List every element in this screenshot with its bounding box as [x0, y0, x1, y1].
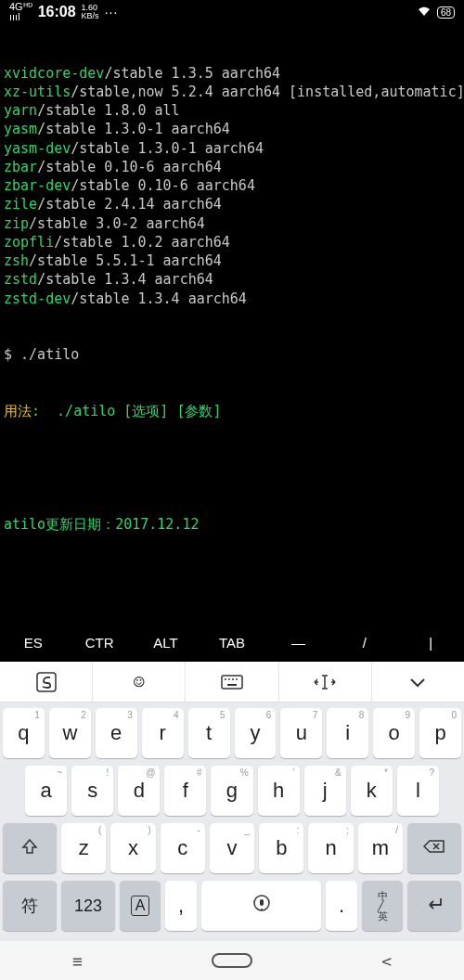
- key-n[interactable]: ;n: [308, 823, 353, 873]
- svg-point-4: [232, 678, 234, 680]
- command-typed: ./atilo: [20, 346, 79, 363]
- key-j[interactable]: &j: [304, 766, 346, 816]
- svg-point-3: [228, 678, 230, 680]
- ime-switch-key[interactable]: 中╱英: [362, 881, 403, 931]
- key-r[interactable]: 4r: [142, 708, 184, 758]
- key-b[interactable]: :b: [259, 823, 303, 873]
- battery-indicator: 68: [437, 6, 455, 19]
- key-ctrl[interactable]: CTR: [66, 635, 132, 651]
- shell-prompt: $: [4, 346, 20, 363]
- svg-point-5: [236, 678, 238, 680]
- package-line: yasm/stable 1.3.0-1 aarch64: [4, 120, 460, 138]
- key-e[interactable]: 3e: [96, 708, 137, 758]
- emoji-icon[interactable]: ☺: [93, 662, 186, 702]
- package-line: zstd/stable 1.3.4 aarch64: [4, 270, 460, 289]
- usage-text: : ./atilo [选项] [参数]: [32, 403, 222, 419]
- status-bar: 4Gᴴᴰıııl 16:08 1.60KB/s ··· 68: [0, 0, 464, 24]
- period-key[interactable]: .: [326, 881, 357, 931]
- key-slash[interactable]: /: [331, 635, 397, 651]
- keyboard-icon[interactable]: [186, 662, 278, 702]
- nav-home-icon[interactable]: [209, 953, 255, 968]
- svg-rect-1: [222, 676, 242, 689]
- key-c[interactable]: -c: [161, 823, 205, 873]
- more-indicator: ···: [105, 5, 119, 19]
- collapse-icon[interactable]: [372, 662, 464, 702]
- key-t[interactable]: 5t: [188, 708, 230, 758]
- number-key[interactable]: 123: [61, 881, 115, 931]
- wifi-icon: [417, 6, 432, 19]
- key-k[interactable]: *k: [351, 766, 393, 816]
- key-m[interactable]: /m: [358, 823, 403, 873]
- ime-toolbar: ☺: [0, 662, 464, 703]
- signal-indicator: 4Gᴴᴰ: [9, 1, 32, 12]
- package-line: yarn/stable 1.8.0 all: [4, 101, 460, 120]
- package-line: zile/stable 2.4.14 aarch64: [4, 195, 460, 213]
- key-s[interactable]: !s: [71, 766, 113, 816]
- lang-key[interactable]: A: [120, 881, 161, 931]
- svg-rect-0: [37, 673, 56, 691]
- package-line: zopfli/stable 1.0.2 aarch64: [4, 233, 460, 251]
- package-line: yasm-dev/stable 1.3.0-1 aarch64: [4, 139, 460, 158]
- sogou-icon[interactable]: [0, 662, 93, 702]
- terminal-key-row: ES CTR ALT TAB — / |: [0, 623, 464, 662]
- svg-rect-6: [227, 684, 237, 686]
- key-dash[interactable]: —: [265, 635, 331, 651]
- package-line: zsh/stable 5.5.1-1 aarch64: [4, 251, 460, 270]
- key-f[interactable]: #f: [164, 766, 206, 816]
- key-w[interactable]: 2w: [49, 708, 91, 758]
- key-o[interactable]: 9o: [373, 708, 415, 758]
- key-l[interactable]: ?l: [397, 766, 439, 816]
- key-q[interactable]: 1q: [3, 708, 45, 758]
- usage-label: 用法: [4, 403, 32, 419]
- key-z[interactable]: (z: [61, 823, 106, 873]
- svg-point-2: [225, 678, 226, 680]
- package-line: xz-utils/stable,now 5.2.4 aarch64 [insta…: [4, 83, 460, 101]
- package-line: zbar-dev/stable 0.10-6 aarch64: [4, 176, 460, 195]
- key-h[interactable]: 'h: [258, 766, 300, 816]
- key-tab[interactable]: TAB: [199, 635, 264, 651]
- key-u[interactable]: 7u: [280, 708, 322, 758]
- key-y[interactable]: 6y: [235, 708, 277, 758]
- cursor-icon[interactable]: [279, 662, 372, 702]
- package-line: zstd-dev/stable 1.3.4 aarch64: [4, 290, 460, 308]
- update-info: atilo更新日期：2017.12.12: [4, 515, 460, 534]
- key-d[interactable]: @d: [118, 766, 160, 816]
- key-esc[interactable]: ES: [0, 635, 66, 651]
- terminal-output[interactable]: xvidcore-dev/stable 1.3.5 aarch64xz-util…: [0, 24, 464, 623]
- nav-menu-icon[interactable]: ≡: [54, 951, 100, 971]
- key-a[interactable]: ~a: [25, 766, 67, 816]
- key-x[interactable]: )x: [110, 823, 155, 873]
- key-p[interactable]: 0p: [419, 708, 461, 758]
- symbol-key[interactable]: 符: [3, 881, 57, 931]
- key-v[interactable]: _v: [210, 823, 254, 873]
- enter-key[interactable]: [407, 881, 461, 931]
- package-line: zbar/stable 0.10-6 aarch64: [4, 158, 460, 176]
- backspace-key[interactable]: [407, 823, 461, 873]
- svg-rect-8: [260, 899, 264, 906]
- clock: 16:08: [38, 4, 76, 20]
- package-line: xvidcore-dev/stable 1.3.5 aarch64: [4, 64, 460, 83]
- space-key[interactable]: [201, 881, 321, 931]
- comma-key[interactable]: ,: [165, 881, 197, 931]
- nav-back-icon[interactable]: <: [364, 951, 410, 971]
- shift-key[interactable]: [3, 823, 57, 873]
- key-i[interactable]: 8i: [327, 708, 368, 758]
- key-g[interactable]: %g: [211, 766, 252, 816]
- soft-keyboard: 1q2w3e4r5t6y7u8i9o0p ~a!s@d#f%g'h&j*k?l …: [0, 703, 464, 941]
- android-navbar: ≡ <: [0, 941, 464, 980]
- package-line: zip/stable 3.0-2 aarch64: [4, 214, 460, 233]
- key-pipe[interactable]: |: [398, 635, 464, 651]
- key-alt[interactable]: ALT: [133, 635, 199, 651]
